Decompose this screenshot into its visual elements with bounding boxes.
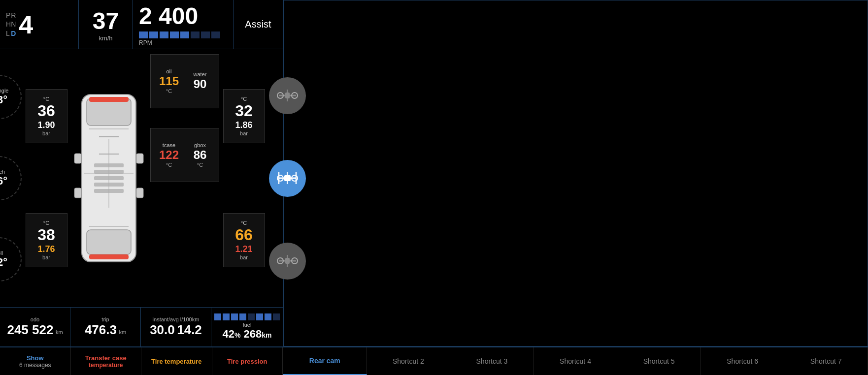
nav-tab-shortcut5[interactable]: Shortcut 5 [617, 347, 701, 375]
shortcut2-label: Shortcut 2 [393, 357, 424, 365]
pitch-value: 36° [0, 175, 7, 188]
bottom-stats: odo 245 522 km trip 476.3 km instant/avg… [0, 307, 283, 346]
odo-unit: km [56, 329, 63, 335]
svg-rect-2 [87, 230, 131, 254]
gear-number: 4 [19, 10, 33, 39]
rpm-bar-3 [160, 31, 168, 38]
msg-tab-tire-temp[interactable]: Tire temperature [141, 347, 212, 375]
svg-rect-15 [136, 188, 143, 198]
temp-fl-bar-label: bar [42, 130, 50, 136]
temps-left: °C 36 1.90 bar °C 38 1.76 bar [26, 54, 67, 302]
trip-unit: km [119, 329, 126, 335]
consumption-label: instant/avg l/100km [153, 316, 200, 322]
temp-rr-value: 66 [235, 226, 253, 244]
temp-rl-unit: °C [43, 220, 49, 226]
water-label: water [194, 71, 207, 77]
gear-n: N [11, 20, 16, 29]
fuel-bar-5 [248, 313, 255, 320]
fuel-values: 42% 268km [223, 328, 272, 341]
msg-tire-press-label: Tire pression [227, 358, 267, 365]
rpm-value: 2 400 [139, 2, 198, 30]
fuel-block: fuel 42% 268km [211, 308, 283, 346]
roll-label: roll [0, 250, 3, 256]
rpm-block: 2 400 RPM [133, 0, 234, 49]
fuel-range: 268km [243, 328, 271, 341]
temp-box-rl: °C 38 1.76 bar [26, 213, 67, 267]
msg-tab-tire-press[interactable]: Tire pression [212, 347, 283, 375]
roll-gauge: roll 22° [0, 237, 22, 281]
rpm-bar-1 [139, 31, 148, 38]
svg-rect-10 [89, 254, 129, 259]
tcase-unit: °C [166, 162, 172, 168]
temp-rr-pressure: 1.21 [235, 244, 252, 254]
rpm-bar-2 [149, 31, 158, 38]
trip-block: trip 476.3 km [70, 308, 141, 346]
nav-tab-rear-cam[interactable]: Rear cam [283, 347, 367, 375]
msg-tab-tcase[interactable]: Transfer case temperature [71, 347, 142, 375]
gear-r: R [11, 11, 16, 20]
rear-axle-icon [269, 243, 306, 280]
w-angle-value: 13° [0, 94, 7, 106]
nav-tabs: Rear cam Shortcut 2 Shortcut 3 Shortcut … [283, 347, 868, 375]
fuel-percent: 42% [223, 328, 241, 341]
gauges-left: w angle 13° pitch 36° roll 22° [0, 54, 22, 302]
svg-rect-1 [87, 98, 131, 125]
msg-tab-show[interactable]: Show 6 messages [0, 347, 71, 375]
svg-rect-23 [285, 93, 290, 98]
pitch-label: pitch [0, 169, 5, 175]
w-angle-label: w angle [0, 88, 8, 94]
temp-fl-value: 36 [37, 102, 55, 120]
svg-rect-13 [74, 188, 81, 198]
gear-d: D [11, 29, 16, 38]
gear-l: L [6, 29, 11, 38]
svg-rect-12 [74, 154, 81, 163]
oil-value: 115 [159, 74, 179, 88]
gbox-value: 86 [194, 148, 207, 162]
temp-rl-pressure: 1.76 [37, 244, 55, 254]
nav-tab-shortcut6[interactable]: Shortcut 6 [701, 347, 785, 375]
tcase-label: tcase [163, 142, 175, 148]
temp-rr-unit: °C [241, 220, 247, 226]
rpm-bar-8 [211, 31, 220, 38]
trip-label: trip [101, 316, 109, 322]
assist-label: Assist [245, 19, 271, 30]
camera-panel [283, 0, 868, 346]
instant-value: 30.0 [150, 322, 175, 337]
speed-block: 37 km/h [79, 0, 133, 49]
temp-rl-value: 38 [37, 226, 55, 244]
temp-box-oil-water: oil 115 °C water 90 [150, 54, 219, 108]
nav-tab-shortcut4[interactable]: Shortcut 4 [534, 347, 618, 375]
nav-tab-shortcut7[interactable]: Shortcut 7 [784, 347, 868, 375]
msg-tcase-label: Transfer case [85, 354, 127, 362]
temp-fr-unit: °C [241, 96, 247, 102]
axle-icons [269, 54, 306, 302]
avg-value: 14.2 [177, 322, 202, 337]
msg-tcase-sub: temperature [89, 362, 123, 369]
car-image [69, 90, 148, 267]
nav-tab-shortcut2[interactable]: Shortcut 2 [367, 347, 451, 375]
gear-p: P [6, 11, 11, 20]
gbox-label: gbox [194, 142, 206, 148]
odo-block: odo 245 522 km [0, 308, 70, 346]
gear-h: H [6, 20, 11, 29]
temps-middle: oil 115 °C water 90 tcase 122 °C [150, 54, 219, 302]
water-value: 90 [194, 77, 207, 91]
temp-fr-pressure: 1.86 [235, 120, 252, 130]
gear-block: P R H N L D 4 [0, 0, 79, 49]
svg-rect-16 [99, 136, 119, 137]
temp-box-fr: °C 32 1.86 bar [223, 89, 265, 143]
temp-tcase: tcase 122 °C [155, 142, 184, 168]
nav-tab-shortcut3[interactable]: Shortcut 3 [450, 347, 534, 375]
fuel-bar-2 [223, 313, 230, 320]
message-tabs: Show 6 messages Transfer case temperatur… [0, 347, 283, 375]
temp-water: water 90 [186, 71, 215, 91]
w-angle-gauge: w angle 13° [0, 75, 22, 119]
fuel-bar-4 [239, 313, 246, 320]
msg-show-label: Show [27, 354, 44, 362]
svg-rect-29 [284, 175, 291, 181]
fuel-bar-1 [214, 313, 221, 320]
fuel-bar-6 [256, 313, 263, 320]
speed-unit: km/h [99, 34, 112, 42]
temp-oil: oil 115 °C [155, 68, 184, 94]
temp-box-rr: °C 66 1.21 bar [223, 213, 265, 267]
